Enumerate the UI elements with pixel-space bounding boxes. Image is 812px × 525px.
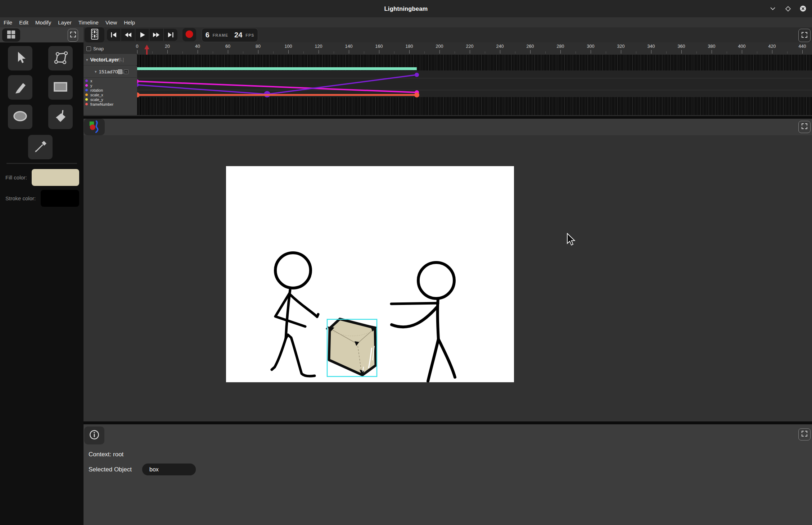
drawing-canvas[interactable] (226, 166, 514, 382)
film-button[interactable] (85, 27, 104, 42)
ruler-tick (137, 50, 137, 54)
keyframe-dot-frameNumber[interactable] (137, 92, 140, 97)
ellipse-tool-button[interactable] (8, 105, 32, 129)
ruler-tick (666, 51, 667, 54)
inspector-expand-button[interactable] (798, 428, 811, 440)
close-icon[interactable] (799, 5, 807, 13)
stage-expand-button[interactable] (798, 121, 811, 133)
fill-color-label: Fill color: (5, 169, 27, 186)
record-icon (185, 30, 194, 40)
rewind-button[interactable] (121, 29, 135, 41)
ruler-tick (424, 51, 425, 54)
chevron-down-icon[interactable]: ▾ (95, 70, 97, 74)
ruler-tick (364, 51, 364, 54)
property-row-scale_x[interactable]: scale_x (84, 92, 137, 97)
ruler-label: 40 (195, 44, 200, 49)
frame-fps-panel[interactable]: 6 FRAME 24 FPS (202, 28, 258, 42)
ruler-tick (167, 50, 168, 54)
minimize-icon[interactable] (769, 5, 777, 13)
tools-grid-button[interactable] (2, 28, 20, 42)
frames-span-bar[interactable] (137, 67, 417, 70)
timeline-expand-button[interactable] (798, 29, 811, 42)
tool-sidebar (0, 27, 84, 525)
layer-row-object[interactable]: ▾ 151ad70a... ~ (84, 66, 137, 78)
ruler-label: 120 (315, 44, 322, 49)
stage-mode-button[interactable] (84, 119, 105, 135)
layer-mode-toggle[interactable]: ~ (124, 69, 128, 74)
playhead-stem (146, 49, 148, 55)
ruler-tick (560, 50, 561, 54)
film-strip-icon (90, 28, 99, 41)
ruler-label: 420 (768, 44, 776, 49)
ruler-label: 140 (345, 44, 353, 49)
ruler-label: 60 (225, 44, 230, 49)
fast-forward-button[interactable] (149, 29, 163, 41)
keyframe-dot-x[interactable] (137, 83, 139, 87)
ruler-label: 100 (285, 44, 292, 49)
sidebar-expand-button[interactable] (68, 29, 78, 42)
rectangle-tool-button[interactable] (48, 75, 73, 100)
ruler-tick (303, 51, 304, 54)
ruler-label: 80 (256, 44, 261, 49)
eyedropper-icon (32, 138, 49, 156)
ruler-tick (394, 51, 394, 54)
property-row-scale_y[interactable]: scale_y (84, 97, 137, 102)
ruler-label: 300 (587, 44, 595, 49)
selected-object-field[interactable]: box (142, 464, 196, 475)
skip-to-start-button[interactable] (107, 29, 121, 41)
paint-bucket-tool-button[interactable] (48, 105, 73, 129)
layer-row-vectorlayer[interactable]: ▾ VectorLayer [L] (84, 54, 137, 65)
property-row-frameNumber[interactable]: frameNumber (84, 102, 137, 106)
property-list: xyrotationscale_xscale_yframeNumber (84, 78, 137, 115)
menu-item-edit[interactable]: Edit (19, 19, 28, 26)
menu-item-modify[interactable]: Modify (35, 19, 51, 26)
stick-figure-right[interactable] (391, 262, 455, 381)
grid-icon (6, 30, 16, 41)
keyframe-dot-x[interactable] (415, 73, 419, 77)
property-name: x (90, 79, 92, 83)
timeline-ruler[interactable]: 0204060801001201401601802002202402602803… (137, 43, 812, 55)
property-color-dot (85, 98, 88, 101)
select-tool-button[interactable] (8, 46, 32, 70)
stick-figure-left[interactable] (272, 253, 318, 376)
ruler-tick (606, 51, 606, 54)
maximize-icon[interactable] (784, 5, 792, 13)
skip-to-end-button[interactable] (164, 29, 177, 41)
property-row-x[interactable]: x (84, 78, 137, 83)
playhead[interactable] (144, 45, 149, 55)
ruler-tick (757, 51, 757, 54)
snap-checkbox[interactable] (86, 46, 91, 51)
ruler-tick (273, 51, 274, 54)
play-button[interactable] (135, 29, 149, 41)
box-object[interactable] (326, 319, 378, 376)
property-row-y[interactable]: y (84, 83, 137, 88)
transform-tool-button[interactable] (48, 46, 73, 70)
fps-value: 24 (234, 31, 242, 39)
property-row-rotation[interactable]: rotation (84, 88, 137, 92)
ruler-label: 360 (678, 44, 685, 49)
record-button[interactable] (182, 28, 196, 41)
stroke-color-swatch[interactable] (41, 190, 79, 207)
menu-item-timeline[interactable]: Timeline (78, 19, 99, 26)
ruler-label: 280 (557, 44, 564, 49)
menu-item-file[interactable]: File (4, 19, 12, 26)
ruler-label: 400 (738, 44, 746, 49)
menu-item-view[interactable]: View (105, 19, 117, 26)
keyframe-dot-frameNumber[interactable] (414, 92, 419, 97)
menu-item-layer[interactable]: Layer (58, 19, 72, 26)
curve-y[interactable] (137, 81, 417, 92)
ruler-tick (696, 51, 697, 54)
keyframe-curves[interactable] (137, 70, 812, 102)
pencil-tool-button[interactable] (8, 75, 32, 100)
ruler-tick (470, 50, 470, 54)
info-button[interactable] (84, 426, 104, 444)
menu-item-help[interactable]: Help (124, 19, 135, 26)
eyedropper-tool-button[interactable] (28, 135, 53, 159)
fill-color-swatch[interactable] (32, 169, 79, 186)
playhead-arrow (144, 45, 149, 49)
property-name: y (90, 83, 92, 88)
ruler-label: 260 (527, 44, 534, 49)
keyframe-dot-y[interactable] (137, 79, 139, 83)
layer-visibility-toggle[interactable] (118, 69, 122, 74)
chevron-down-icon[interactable]: ▾ (86, 58, 88, 62)
